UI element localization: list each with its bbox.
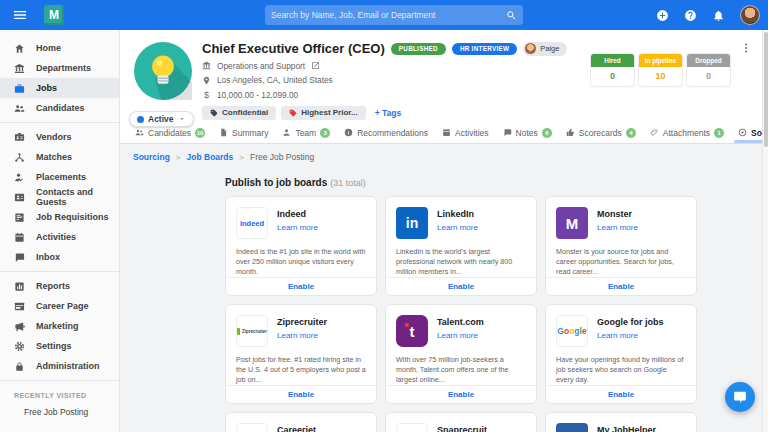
sourcing-compass-icon [738, 128, 747, 137]
learn-more-link[interactable]: Learn more [277, 223, 318, 232]
sidebar-item-matches[interactable]: Matches [0, 147, 119, 167]
sidebar-item-vendors[interactable]: Vendors [0, 127, 119, 147]
recently-visited-item[interactable]: Free Job Posting [0, 404, 119, 417]
enable-button[interactable]: Enable [226, 385, 376, 403]
currency-icon: $ [202, 90, 211, 100]
tab-activities[interactable]: Activities [435, 122, 496, 143]
board-card-linkedin: in LinkedIn Learn more LinkedIn is the w… [385, 196, 537, 296]
sidebar: Home Departments Jobs Candidates Vendors… [0, 30, 120, 432]
tab-count-badge: 3 [320, 128, 330, 138]
breadcrumb-sourcing[interactable]: Sourcing [133, 152, 170, 162]
tab-label: Scorecards [579, 128, 622, 138]
tab-label: Activities [455, 128, 489, 138]
sidebar-item-label: Jobs [36, 83, 57, 93]
sidebar-item-jobs[interactable]: Jobs [0, 78, 119, 98]
breadcrumb-separator: > [239, 153, 244, 162]
topbar-actions [656, 0, 760, 30]
learn-more-link[interactable]: Learn more [277, 331, 327, 340]
sidebar-item-marketing[interactable]: Marketing [0, 316, 119, 336]
learn-more-link[interactable]: Learn more [597, 331, 664, 340]
board-name: Ziprecruiter [277, 317, 327, 327]
sidebar-item-candidates[interactable]: Candidates [0, 98, 119, 118]
sidebar-item-departments[interactable]: Departments [0, 58, 119, 78]
breadcrumb-job-boards[interactable]: Job Boards [187, 152, 234, 162]
sidebar-item-label: Home [36, 43, 61, 53]
stat-hired[interactable]: Hired 0 [591, 54, 634, 86]
job-location: Los Angeles, CA, United States [217, 75, 333, 85]
sidebar-item-label: Settings [36, 341, 72, 351]
chat-widget-button[interactable] [725, 382, 755, 412]
enable-button[interactable]: Enable [386, 385, 536, 403]
add-icon[interactable] [656, 9, 669, 22]
sidebar-item-job-requisitions[interactable]: Job Requisitions [0, 207, 119, 227]
people-icon [14, 103, 25, 114]
tag-confidential[interactable]: Confidential [202, 106, 276, 120]
sidebar-item-activities[interactable]: Activities [0, 227, 119, 247]
learn-more-link[interactable]: Learn more [437, 331, 484, 340]
tab-notes[interactable]: Notes6 [496, 122, 559, 143]
search-input[interactable] [271, 10, 506, 20]
bank-icon [14, 63, 25, 74]
enable-button[interactable]: Enable [386, 277, 536, 295]
chevron-down-icon [178, 115, 186, 123]
sidebar-item-administration[interactable]: Administration [0, 356, 119, 376]
stat-dropped[interactable]: Dropped 0 [687, 54, 730, 86]
scrollbar-thumb[interactable] [764, 32, 768, 147]
learn-more-link[interactable]: Learn more [597, 223, 638, 232]
more-options-icon[interactable] [740, 42, 752, 54]
user-avatar[interactable] [740, 5, 760, 25]
sidebar-item-label: Marketing [36, 321, 79, 331]
activities-calendar-icon [442, 128, 451, 137]
enable-button[interactable]: Enable [226, 277, 376, 295]
job-status-dropdown[interactable]: Active [129, 111, 194, 127]
sidebar-divider [0, 380, 119, 381]
job-salary-range: 10,000.00 - 12,099.00 [217, 90, 298, 100]
breadcrumb-current: Free Job Posting [250, 152, 314, 162]
indeed-logo: indeed [236, 207, 268, 239]
notifications-bell-icon[interactable] [712, 9, 725, 22]
notes-chat-icon [503, 128, 512, 137]
stat-in-pipeline[interactable]: In pipeline 10 [639, 54, 682, 86]
sidebar-item-inbox[interactable]: Inbox [0, 247, 119, 267]
sidebar-item-placements[interactable]: Placements [0, 167, 119, 187]
talent-logo: t [396, 315, 428, 347]
hamburger-menu-icon[interactable] [12, 7, 28, 23]
search-icon[interactable] [506, 10, 517, 21]
owner-chip[interactable]: Paige [523, 42, 567, 56]
enable-button[interactable]: Enable [546, 385, 696, 403]
sidebar-item-label: Inbox [36, 252, 60, 262]
tab-label: Team [295, 128, 316, 138]
learn-more-link[interactable]: Learn more [437, 223, 478, 232]
board-description: Have your openings found by millions of … [556, 355, 686, 385]
tab-attachments[interactable]: Attachments1 [643, 122, 731, 143]
sidebar-item-career-page[interactable]: Career Page [0, 296, 119, 316]
vertical-scrollbar[interactable] [762, 30, 768, 432]
sidebar-item-contacts-and-guests[interactable]: Contacts and Guests [0, 187, 119, 207]
tab-team[interactable]: Team3 [275, 122, 337, 143]
tab-scorecards[interactable]: Scorecards4 [559, 122, 643, 143]
board-card-careerjet: Careerjet Learn more Enable [225, 412, 377, 432]
enable-button[interactable]: Enable [546, 277, 696, 295]
owner-name: Paige [540, 44, 559, 53]
paperclip-icon [650, 128, 659, 137]
myjobhelper-logo [556, 423, 588, 432]
tag-highest-priority[interactable]: Highest Prior... [281, 106, 365, 120]
tab-summary[interactable]: Summary [212, 122, 275, 143]
add-tags-button[interactable]: + Tags [375, 108, 402, 118]
sidebar-item-home[interactable]: Home [0, 38, 119, 58]
tag-label: Highest Prior... [301, 108, 357, 117]
summary-doc-icon [219, 128, 228, 137]
job-header: Active Chief Executive Officer (CEO) PUB… [120, 30, 768, 122]
tag-icon [289, 109, 297, 117]
owner-avatar [525, 43, 536, 54]
tab-recommendations[interactable]: Recommendations [337, 122, 435, 143]
sidebar-item-reports[interactable]: Reports [0, 276, 119, 296]
board-description: With over 75 million job-seekers a month… [396, 355, 526, 385]
external-link-icon[interactable] [311, 61, 320, 70]
sidebar-item-settings[interactable]: Settings [0, 336, 119, 356]
sidebar-divider [0, 271, 119, 272]
job-department[interactable]: Operations and Support [217, 61, 305, 71]
board-name: Snaprecruit [437, 425, 487, 432]
help-icon[interactable] [684, 9, 697, 22]
app-logo[interactable]: M [44, 5, 64, 25]
